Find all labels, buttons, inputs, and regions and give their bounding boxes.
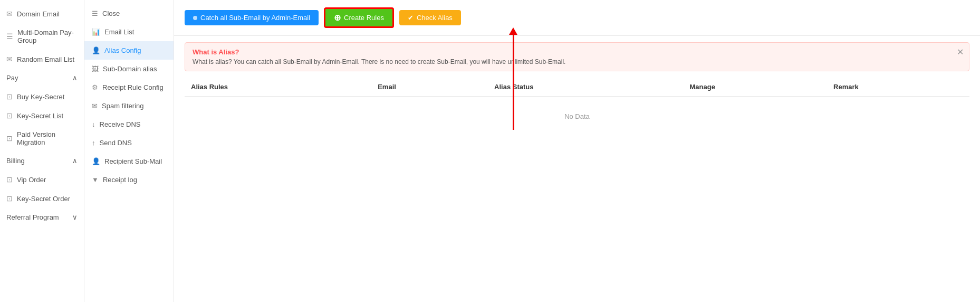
col-alias-rules: Alias Rules [185, 78, 371, 97]
info-box-title: What is Alias? [193, 48, 962, 56]
recipient-icon: 👤 [92, 157, 100, 165]
sidebar-right-item-receipt-log[interactable]: ▼ Receipt log [84, 171, 174, 189]
info-box-close-button[interactable]: ✕ [957, 47, 964, 57]
catch-all-button[interactable]: Catch all Sub-Email by Admin-Email [185, 10, 319, 25]
sidebar-left: ✉ Domain Email ☰ Multi-Domain Pay-Group … [0, 0, 84, 302]
info-box: What is Alias? What is alias? You can ca… [185, 42, 969, 71]
col-email: Email [371, 78, 488, 97]
sidebar-item-random-email[interactable]: ✉ Random Email List [0, 50, 84, 69]
sidebar-right-item-recipient-sub-mail[interactable]: 👤 Recipient Sub-Mail [84, 152, 174, 171]
sidebar-right: ☰ Close 📊 Email List 👤 Alias Config 🖼 Su… [84, 0, 174, 302]
check-alias-button[interactable]: ✔ Check Alias [399, 10, 461, 25]
sidebar-item-domain-email[interactable]: ✉ Domain Email [0, 4, 84, 23]
sidebar-right-item-sub-domain-alias[interactable]: 🖼 Sub-Domain alias [84, 60, 174, 78]
col-alias-status: Alias Status [488, 78, 683, 97]
chevron-up-icon2: ∧ [72, 157, 78, 165]
sidebar-item-buy-key-secret[interactable]: ⊡ Buy Key-Secret [0, 87, 84, 106]
col-manage: Manage [684, 78, 828, 97]
alias-config-icon: 👤 [92, 46, 100, 54]
sidebar-right-item-email-list[interactable]: 📊 Email List [84, 23, 174, 41]
sidebar-item-billing[interactable]: Billing ∧ [0, 152, 84, 170]
send-dns-icon: ↑ [92, 139, 95, 147]
table-row-empty: No Data [185, 97, 969, 137]
mail-icon: ✉ [6, 10, 13, 18]
key-icon: ⊡ [6, 92, 13, 101]
sidebar-right-item-spam-filtering[interactable]: ✉ Spam filtering [84, 97, 174, 115]
list-icon: ✉ [6, 55, 13, 63]
sidebar-right-item-receipt-rule-config[interactable]: ⚙ Receipt Rule Config [84, 78, 174, 97]
main-content: Catch all Sub-Email by Admin-Email ⊕ Cre… [174, 0, 980, 302]
sidebar-right-item-send-dns[interactable]: ↑ Send DNS [84, 134, 174, 152]
alias-table: Alias Rules Email Alias Status Manage Re… [185, 78, 969, 136]
list-key-icon: ⊡ [6, 111, 13, 120]
col-remark: Remark [827, 78, 969, 97]
info-box-text: What is alias? You can catch all Sub-Ema… [193, 58, 962, 65]
no-data-cell: No Data [185, 97, 969, 137]
chevron-up-icon: ∧ [72, 74, 78, 82]
sub-domain-icon: 🖼 [92, 65, 99, 73]
vip-icon: ⊡ [6, 175, 13, 184]
toolbar: Catch all Sub-Email by Admin-Email ⊕ Cre… [174, 0, 980, 36]
sidebar-item-vip-order[interactable]: ⊡ Vip Order [0, 170, 84, 189]
bar-chart-icon: 📊 [92, 28, 100, 36]
sidebar-right-item-receive-dns[interactable]: ↓ Receive DNS [84, 115, 174, 134]
table-container: Alias Rules Email Alias Status Manage Re… [174, 78, 980, 302]
close-menu-icon: ☰ [92, 10, 98, 17]
dot-icon [193, 16, 197, 20]
create-rules-button[interactable]: ⊕ Create Rules [324, 7, 394, 28]
sidebar-item-pay[interactable]: Pay ∧ [0, 69, 84, 87]
sidebar-right-item-close[interactable]: ☰ Close [84, 4, 174, 23]
receipt-log-icon: ▼ [92, 176, 99, 184]
sidebar-item-multi-domain[interactable]: ☰ Multi-Domain Pay-Group [0, 23, 84, 50]
sidebar-item-key-secret-list[interactable]: ⊡ Key-Secret List [0, 106, 84, 125]
receipt-rule-icon: ⚙ [92, 83, 98, 91]
migrate-icon: ⊡ [6, 134, 13, 143]
receive-dns-icon: ↓ [92, 120, 95, 128]
sidebar-right-item-alias-config[interactable]: 👤 Alias Config [84, 41, 174, 60]
sidebar-item-referral-program[interactable]: Referral Program ∨ [0, 208, 84, 227]
plus-icon: ⊕ [334, 13, 341, 23]
chevron-down-icon: ∨ [72, 213, 78, 221]
check-icon: ✔ [408, 14, 414, 22]
sidebar-item-paid-version-migration[interactable]: ⊡ Paid Version Migration [0, 125, 84, 152]
spam-icon: ✉ [92, 102, 98, 110]
sidebar-item-key-secret-order[interactable]: ⊡ Key-Secret Order [0, 189, 84, 208]
order-icon: ⊡ [6, 194, 13, 203]
grid-icon: ☰ [6, 32, 13, 41]
